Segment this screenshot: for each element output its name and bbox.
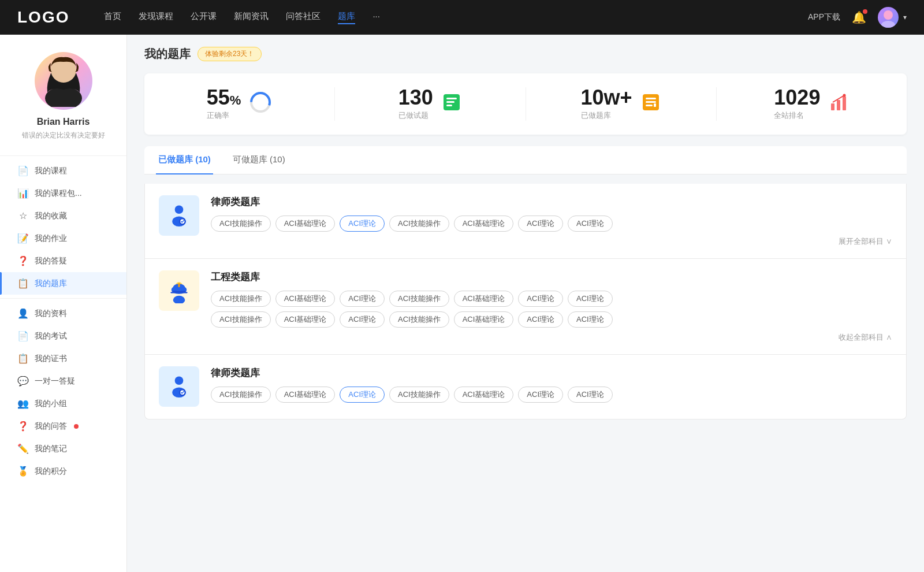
nav-discover[interactable]: 发现课程 [139,11,173,24]
nav-qa[interactable]: 问答社区 [286,11,321,24]
svg-point-21 [175,205,184,214]
rank-icon [828,92,849,117]
tag-item[interactable]: ACI基础理论 [454,291,514,307]
nav-home[interactable]: 首页 [104,11,121,24]
tab-done[interactable]: 已做题库 (10) [156,146,213,174]
stat-rank: 1029 全站排名 [717,87,907,121]
nav-more[interactable]: ··· [372,11,380,24]
qbank-title-lawyer2: 律师类题库 [211,366,892,380]
tag-item[interactable]: ACI理论 [518,216,563,232]
sidebar-item-exam[interactable]: 📄 我的考试 [0,325,126,347]
main-layout: Brian Harris 错误的决定比没有决定要好 📄 我的课程 📊 我的课程包… [0,35,924,572]
tag-item[interactable]: ACI理论 [518,311,563,328]
tab-available[interactable]: 可做题库 (10) [230,146,288,174]
sidebar-item-question-bank[interactable]: 📋 我的题库 [0,272,126,295]
sidebar-divider-mid [0,298,126,299]
tag-item[interactable]: ACI理论 [518,291,563,307]
tag-item-active[interactable]: ACI理论 [340,216,385,232]
qbank-tags-lawyer2: ACI技能操作 ACI基础理论 ACI理论 ACI技能操作 ACI基础理论 AC… [211,387,892,403]
svg-rect-10 [446,101,454,103]
tag-item[interactable]: ACI基础理论 [275,216,336,232]
tag-item[interactable]: ACI基础理论 [454,311,514,328]
tag-item[interactable]: ACI基础理论 [275,291,336,307]
user-avatar-menu[interactable]: ▾ [878,7,907,28]
lawyer-icon [166,203,192,228]
tag-item[interactable]: ACI技能操作 [211,291,271,307]
stats-row: 55% 正确率 130 已做试题 [144,73,907,135]
tag-item[interactable]: ACI技能操作 [211,311,271,328]
tag-item[interactable]: ACI技能操作 [389,311,449,328]
sidebar-item-notes[interactable]: ✏️ 我的笔记 [0,437,126,460]
sidebar-item-label: 我的课程包... [35,188,82,199]
tag-item[interactable]: ACI理论 [340,311,385,328]
svg-rect-19 [843,96,846,110]
tabs-container: 已做题库 (10) 可做题库 (10) [144,146,907,419]
tag-item[interactable]: ACI理论 [568,216,613,232]
svg-rect-14 [646,101,656,103]
notification-dot [863,9,867,14]
tag-item[interactable]: ACI理论 [568,291,613,307]
sidebar-item-course-package[interactable]: 📊 我的课程包... [0,182,126,205]
package-icon: 📊 [17,188,29,199]
sidebar-item-certificate[interactable]: 📋 我的证书 [0,347,126,370]
bank-icon: 📋 [17,278,29,289]
course-icon: 📄 [17,165,29,176]
unread-dot [74,424,79,429]
app-download-button[interactable]: APP下载 [808,12,840,23]
sidebar-item-favorites[interactable]: ☆ 我的收藏 [0,205,126,227]
sidebar-item-profile[interactable]: 👤 我的资料 [0,302,126,325]
sidebar-item-my-course[interactable]: 📄 我的课程 [0,159,126,182]
stat-questions: 130 已做试题 [335,87,526,121]
chevron-down-icon: ▾ [903,13,907,21]
sidebar-item-questions[interactable]: ❓ 我的问答 [0,415,126,437]
qbank-inner-engineer: 工程类题库 ACI技能操作 ACI基础理论 ACI理论 ACI技能操作 ACI基… [159,270,892,343]
svg-point-20 [843,94,846,96]
notification-bell[interactable]: 🔔 [852,10,866,24]
stat-bank-label: 已做题库 [581,110,632,121]
sidebar-item-qa[interactable]: ❓ 我的答疑 [0,250,126,272]
exam-icon: 📄 [17,330,29,341]
collapse-button[interactable]: 收起全部科目 ∧ [211,332,892,343]
svg-rect-9 [446,98,457,99]
svg-rect-17 [831,103,834,110]
tag-item[interactable]: ACI理论 [518,387,563,403]
nav-open-course[interactable]: 公开课 [191,11,217,24]
tag-item[interactable]: ACI理论 [340,291,385,307]
sidebar-divider-top [0,155,126,156]
tag-item[interactable]: ACI基础理论 [454,216,514,232]
engineer-icon [166,278,192,303]
notes-icon: ✏️ [17,443,29,454]
svg-rect-13 [646,98,656,99]
qbank-inner-lawyer2: 律师类题库 ACI技能操作 ACI基础理论 ACI理论 ACI技能操作 ACI基… [159,366,892,407]
sidebar-item-points[interactable]: 🏅 我的积分 [0,460,126,482]
sidebar-item-group[interactable]: 👥 我的小组 [0,392,126,415]
sidebar-item-one-on-one[interactable]: 💬 一对一答疑 [0,370,126,392]
sidebar-item-label: 我的资料 [35,309,67,319]
sidebar-item-homework[interactable]: 📝 我的作业 [0,227,126,250]
qbank-card-engineer: 工程类题库 ACI技能操作 ACI基础理论 ACI理论 ACI技能操作 ACI基… [144,259,907,355]
tag-item[interactable]: ACI基础理论 [275,387,336,403]
page-title: 我的题库 [144,46,191,62]
tag-item[interactable]: ACI基础理论 [454,387,514,403]
tag-item[interactable]: ACI理论 [568,311,613,328]
qbank-content-lawyer2: 律师类题库 ACI技能操作 ACI基础理论 ACI理论 ACI技能操作 ACI基… [211,366,892,407]
tag-item[interactable]: ACI技能操作 [389,387,449,403]
svg-rect-27 [170,292,187,293]
nav-question-bank[interactable]: 题库 [338,11,355,24]
tag-item[interactable]: ACI技能操作 [389,216,449,232]
stat-bank-text: 10w+ 已做题库 [581,87,632,121]
tag-item[interactable]: ACI技能操作 [211,216,271,232]
tag-item[interactable]: ACI理论 [568,387,613,403]
sidebar: Brian Harris 错误的决定比没有决定要好 📄 我的课程 📊 我的课程包… [0,35,127,572]
sidebar-item-label: 我的小组 [35,399,67,409]
stat-accuracy: 55% 正确率 [144,87,335,121]
tag-item[interactable]: ACI技能操作 [389,291,449,307]
sidebar-item-label: 一对一答疑 [35,376,75,387]
tag-item[interactable]: ACI基础理论 [275,311,336,328]
tag-item-active[interactable]: ACI理论 [340,387,385,403]
nav-news[interactable]: 新闻资讯 [234,11,269,24]
profile-avatar [35,52,92,110]
tag-item[interactable]: ACI技能操作 [211,387,271,403]
expand-button-1[interactable]: 展开全部科目 ∨ [211,236,892,247]
lawyer2-icon-wrap [159,366,199,407]
